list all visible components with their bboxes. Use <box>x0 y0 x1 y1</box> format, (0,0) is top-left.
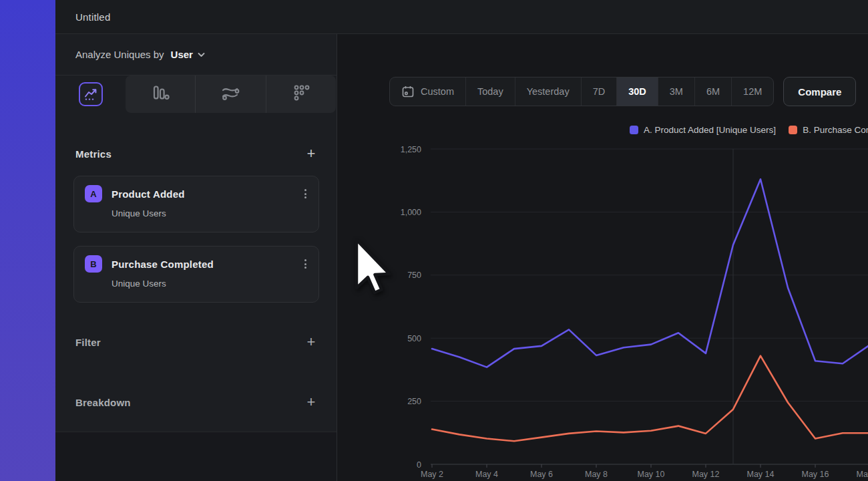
kebab-menu-icon[interactable] <box>303 258 308 270</box>
query-sidebar: Analyze Uniques by User <box>55 34 337 481</box>
add-breakdown-button[interactable]: + <box>303 395 319 410</box>
analyze-by-user-dropdown[interactable]: User <box>171 49 193 60</box>
metric-measure[interactable]: Unique Users <box>112 279 308 289</box>
tab-line-chart[interactable] <box>55 75 126 113</box>
chevron-down-icon <box>198 52 205 57</box>
chart-panel: Custom Today Yesterday 7D 30D 3M 6M 12M … <box>337 34 868 481</box>
app-header: Untitled <box>55 0 868 34</box>
document-title[interactable]: Untitled <box>75 11 110 23</box>
analyze-uniques-label: Analyze Uniques by <box>75 49 164 60</box>
filter-title: Filter <box>75 337 101 348</box>
metrics-section-header: Metrics + <box>75 144 319 164</box>
chart-type-tab-group <box>126 75 336 113</box>
add-metric-button[interactable]: + <box>303 146 319 161</box>
chart-type-tabs <box>55 75 337 113</box>
svg-text:May 4: May 4 <box>475 470 498 479</box>
metric-card-product-added[interactable]: A Product Added Unique Users <box>73 176 319 232</box>
filter-section-header: Filter + <box>75 332 319 352</box>
line-chart-icon <box>79 82 103 106</box>
line-chart-plot[interactable]: 02505007501,0001,250May 2May 4May 6May 8… <box>337 34 868 481</box>
svg-text:250: 250 <box>407 397 421 406</box>
screenshot-root: Untitled Analyze Uniques by User <box>0 0 868 481</box>
svg-text:May 16: May 16 <box>802 470 829 479</box>
analytics-app-window: Untitled Analyze Uniques by User <box>55 0 868 481</box>
kebab-menu-icon[interactable] <box>303 188 308 200</box>
analyze-uniques-row: Analyze Uniques by User <box>55 34 337 75</box>
metrics-title: Metrics <box>75 148 112 160</box>
breakdown-title: Breakdown <box>75 397 131 408</box>
svg-text:May 2: May 2 <box>421 470 443 479</box>
metric-card-purchase-completed[interactable]: B Purchase Completed Unique Users <box>73 246 319 303</box>
desktop-background-strip <box>0 0 55 481</box>
metric-measure[interactable]: Unique Users <box>112 208 308 218</box>
tab-bar-chart[interactable] <box>126 75 195 113</box>
metric-badge-a: A <box>85 185 102 202</box>
metric-name: Product Added <box>112 188 185 200</box>
svg-text:May 6: May 6 <box>530 470 553 479</box>
tab-flow-chart[interactable] <box>195 75 265 113</box>
svg-text:May 8: May 8 <box>585 470 608 479</box>
mouse-cursor <box>355 238 391 297</box>
breakdown-section-header: Breakdown + <box>75 392 319 412</box>
svg-text:750: 750 <box>407 271 421 280</box>
svg-text:1,250: 1,250 <box>401 145 421 154</box>
bar-chart-icon <box>152 84 170 104</box>
svg-text:0: 0 <box>417 460 421 470</box>
svg-text:May 14: May 14 <box>747 470 775 479</box>
svg-text:May 18: May 18 <box>857 470 868 479</box>
svg-text:1,000: 1,000 <box>401 208 421 217</box>
svg-text:May 10: May 10 <box>638 470 665 479</box>
sidebar-footer <box>55 432 337 481</box>
dots-grid-icon <box>292 84 310 104</box>
add-filter-button[interactable]: + <box>303 335 319 349</box>
flow-chart-icon <box>221 85 240 104</box>
metric-badge-b: B <box>85 255 102 273</box>
svg-text:500: 500 <box>407 334 421 343</box>
metric-name: Purchase Completed <box>112 259 214 270</box>
svg-text:May 12: May 12 <box>692 470 720 479</box>
tab-dots-grid[interactable] <box>266 75 336 113</box>
